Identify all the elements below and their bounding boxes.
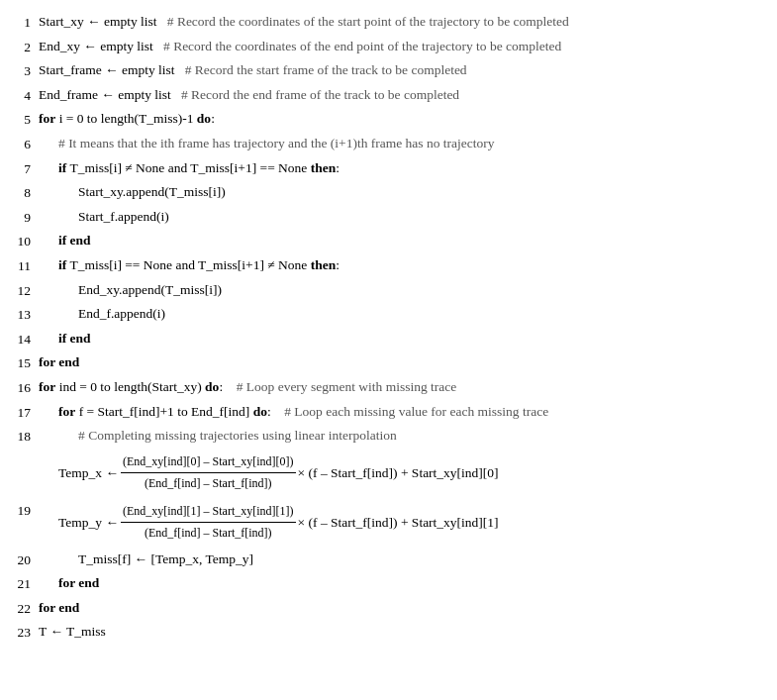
comment: # Record the end frame of the track to b…	[181, 84, 459, 106]
line-content: Start_f.append(i)	[39, 206, 762, 228]
keyword-for: for	[39, 108, 55, 130]
line-number: 15	[15, 351, 39, 374]
line-content: Temp_x ← (End_xy[ind][0] – Start_xy[ind]…	[39, 452, 762, 493]
keyword-if2: if	[58, 254, 66, 276]
line-content: End_f.append(i)	[39, 303, 762, 325]
line-content: if T_miss[i] == None and T_miss[i+1] ≠ N…	[39, 254, 762, 276]
code-line-6: 6 # It means that the ith frame has traj…	[15, 132, 762, 156]
line-number: 6	[15, 133, 39, 155]
code-line-12: 12 End_xy.append(T_miss[i])	[15, 278, 762, 303]
line-number: 21	[15, 572, 39, 595]
code-line-1: 1 Start_xy ← empty list # Record the coo…	[15, 10, 762, 35]
code-line-23: 23 T ← T_miss	[15, 620, 762, 645]
line-content: for ind = 0 to length(Start_xy) do: # Lo…	[39, 376, 762, 398]
keyword-if-end2: if end	[58, 328, 91, 350]
line-content: Start_xy ← empty list # Record the coord…	[39, 11, 762, 33]
line-content: Temp_y ← (End_xy[ind][1] – Start_xy[ind]…	[39, 502, 762, 543]
keyword-for-end: for end	[39, 351, 79, 373]
line-number: 9	[15, 206, 39, 229]
keyword-do3: do	[253, 401, 267, 423]
line-content: T_miss[f] ← [Temp_x, Temp_y]	[39, 549, 762, 570]
keyword-for3: for	[58, 401, 75, 423]
code-line-22: 22 for end	[15, 596, 762, 621]
line-number: 10	[15, 230, 39, 252]
line-number: 20	[15, 549, 39, 571]
line-number	[15, 450, 39, 472]
code-line-14: 14 if end	[15, 327, 762, 351]
code-line-5: 5 for i = 0 to length(T_miss)-1 do:	[15, 107, 762, 132]
code-line-15: 15 for end	[15, 350, 762, 375]
comment: # It means that the ith frame has trajec…	[58, 133, 495, 154]
line-number: 22	[15, 597, 39, 620]
line-content: Start_xy.append(T_miss[i])	[39, 181, 762, 203]
line-number: 14	[15, 328, 39, 350]
keyword-for-end3: for end	[39, 597, 79, 619]
line-number: 13	[15, 303, 39, 326]
code-line-18: 18 # Completing missing trajectories usi…	[15, 424, 762, 449]
comment: # Record the coordinates of the end poin…	[163, 36, 561, 57]
line-content: # Completing missing trajectories using …	[39, 425, 762, 447]
code-line-17: 17 for f = Start_f[ind]+1 to End_f[ind] …	[15, 400, 762, 425]
code-line-16: 16 for ind = 0 to length(Start_xy) do: #…	[15, 375, 762, 400]
keyword-then: then	[311, 157, 337, 179]
keyword-if-end: if end	[58, 230, 91, 251]
code-line-19: 19 Temp_y ← (End_xy[ind][1] – Start_xy[i…	[15, 498, 762, 548]
code-line-20: 20 T_miss[f] ← [Temp_x, Temp_y]	[15, 548, 762, 572]
line-content: for i = 0 to length(T_miss)-1 do:	[39, 108, 762, 130]
line-number: 18	[15, 425, 39, 448]
line-content: End_xy ← empty list # Record the coordin…	[39, 36, 762, 57]
keyword-for-end2: for end	[58, 572, 99, 594]
line-number: 23	[15, 621, 39, 644]
code-line-7: 7 if T_miss[i] ≠ None and T_miss[i+1] ==…	[15, 156, 762, 181]
line-number: 16	[15, 376, 39, 399]
line-content: Start_frame ← empty list # Record the st…	[39, 59, 762, 81]
line-number: 17	[15, 401, 39, 424]
line-content: for end	[39, 597, 762, 619]
keyword-then2: then	[311, 254, 337, 276]
line-content: End_xy.append(T_miss[i])	[39, 279, 762, 301]
line-number: 7	[15, 157, 39, 180]
code-line-8: 8 Start_xy.append(T_miss[i])	[15, 180, 762, 205]
line-content: for end	[39, 572, 762, 594]
line-number: 5	[15, 108, 39, 131]
code-line-2: 2 End_xy ← empty list # Record the coord…	[15, 35, 762, 59]
line-number: 4	[15, 84, 39, 107]
code-line-21: 21 for end	[15, 571, 762, 596]
keyword-for2: for	[39, 376, 55, 398]
fraction-temp-x: (End_xy[ind][0] – Start_xy[ind][0]) (End…	[121, 452, 296, 493]
code-line-18b: Temp_x ← (End_xy[ind][0] – Start_xy[ind]…	[15, 449, 762, 498]
line-content: T ← T_miss	[39, 621, 762, 643]
code-line-3: 3 Start_frame ← empty list # Record the …	[15, 58, 762, 83]
line-content: for f = Start_f[ind]+1 to End_f[ind] do:…	[39, 401, 762, 423]
comment: # Loop each missing value for each missi…	[284, 401, 548, 423]
line-number: 3	[15, 59, 39, 82]
line-number: 2	[15, 36, 39, 58]
code-line-9: 9 Start_f.append(i)	[15, 205, 762, 230]
line-number: 12	[15, 279, 39, 302]
line-content: # It means that the ith frame has trajec…	[39, 133, 762, 154]
line-content: if end	[39, 328, 762, 350]
comment: # Record the coordinates of the start po…	[167, 11, 569, 33]
line-content: if end	[39, 230, 762, 251]
code-line-10: 10 if end	[15, 229, 762, 253]
line-number: 8	[15, 181, 39, 204]
line-content: for end	[39, 351, 762, 373]
code-block: 1 Start_xy ← empty list # Record the coo…	[15, 10, 762, 645]
code-line-11: 11 if T_miss[i] == None and T_miss[i+1] …	[15, 253, 762, 278]
fraction-temp-y: (End_xy[ind][1] – Start_xy[ind][1]) (End…	[121, 502, 296, 543]
line-number: 19	[15, 499, 39, 522]
comment: # Loop every segment with missing trace	[237, 376, 457, 398]
comment: # Record the start frame of the track to…	[185, 59, 467, 81]
code-line-13: 13 End_f.append(i)	[15, 302, 762, 327]
line-content: if T_miss[i] ≠ None and T_miss[i+1] == N…	[39, 157, 762, 179]
keyword-do2: do	[205, 376, 219, 398]
line-content: End_frame ← empty list # Record the end …	[39, 84, 762, 106]
keyword-do: do	[197, 108, 211, 130]
code-line-4: 4 End_frame ← empty list # Record the en…	[15, 83, 762, 108]
line-number: 11	[15, 254, 39, 277]
keyword-if: if	[58, 157, 66, 179]
comment: # Completing missing trajectories using …	[78, 425, 397, 447]
line-number: 1	[15, 11, 39, 34]
